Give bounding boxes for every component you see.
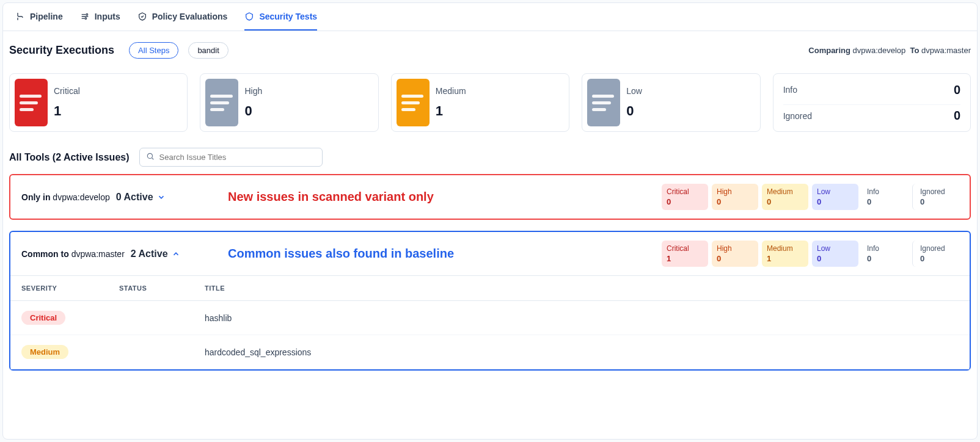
tile-medium: Medium0 — [762, 184, 808, 210]
card-critical[interactable]: Critical 1 — [9, 73, 188, 132]
group-common-toggle[interactable]: 2 Active — [131, 248, 180, 259]
cell-status — [108, 335, 194, 369]
svg-point-3 — [147, 153, 152, 158]
filter-all-steps[interactable]: All Steps — [129, 42, 178, 59]
tab-pipeline[interactable]: Pipeline — [15, 3, 63, 31]
pipeline-icon — [15, 12, 25, 21]
col-title[interactable]: TITLE — [194, 276, 970, 301]
tab-security-tests[interactable]: Security Tests — [244, 3, 317, 31]
group-only-count: 0 Active — [116, 192, 153, 203]
col-status[interactable]: STATUS — [108, 276, 194, 301]
group-only-prefix: Only in — [21, 192, 50, 202]
severity-badge: Medium — [21, 345, 68, 359]
tile-medium: Medium1 — [762, 241, 808, 267]
compare-label: Comparing — [808, 46, 850, 55]
group-only-toggle[interactable]: 0 Active — [116, 192, 166, 203]
tab-label: Pipeline — [30, 12, 63, 21]
tab-label: Inputs — [95, 12, 120, 21]
tile-low: Low0 — [812, 241, 858, 267]
group-only-in: Only in dvpwa:develop 0 Active New issue… — [9, 174, 971, 220]
tile-low: Low0 — [812, 184, 858, 210]
group-common-tiles: Critical1 High0 Medium1 Low0 Info0 Ignor… — [662, 241, 959, 267]
tile-high: High0 — [712, 184, 758, 210]
compare-to-label: To — [910, 46, 920, 55]
ignored-label: Ignored — [783, 111, 812, 121]
card-label: Critical — [54, 86, 80, 96]
severity-swatch-low — [587, 79, 620, 126]
card-value: 0 — [626, 103, 642, 119]
filter-bandit[interactable]: bandit — [188, 42, 228, 59]
tools-title: All Tools (2 Active Issues) — [9, 152, 130, 163]
summary-cards: Critical 1 High 0 Medium 1 — [3, 66, 977, 143]
card-label: Low — [626, 86, 642, 96]
cell-title: hashlib — [194, 301, 970, 335]
policy-icon — [137, 12, 147, 21]
tile-high: High0 — [712, 241, 758, 267]
severity-swatch-medium — [397, 79, 430, 126]
group-common-target: dvpwa:master — [71, 249, 125, 259]
group-common-count: 2 Active — [131, 248, 168, 259]
chevron-up-icon — [172, 250, 180, 258]
issues-table: SEVERITY STATUS TITLE CriticalhashlibMed… — [10, 275, 970, 369]
tools-row: All Tools (2 Active Issues) — [3, 143, 977, 174]
card-info-ignored[interactable]: Info 0 Ignored 0 — [773, 73, 971, 132]
severity-badge: Critical — [21, 311, 65, 325]
cell-title: hardcoded_sql_expressions — [194, 335, 970, 369]
tile-ignored: Ignored0 — [912, 184, 959, 210]
tile-critical: Critical0 — [662, 184, 708, 210]
col-severity[interactable]: SEVERITY — [10, 276, 108, 301]
group-common-label: Common to dvpwa:master — [21, 249, 125, 259]
card-value: 1 — [54, 103, 80, 119]
search-input[interactable] — [159, 153, 316, 162]
group-only-tiles: Critical0 High0 Medium0 Low0 Info0 Ignor… — [662, 184, 959, 210]
tile-info: Info0 — [862, 241, 909, 267]
svg-point-2 — [85, 18, 87, 20]
tile-critical: Critical1 — [662, 241, 708, 267]
page-title: Security Executions — [9, 44, 114, 57]
card-label: Medium — [436, 86, 466, 96]
tab-policy-evaluations[interactable]: Policy Evaluations — [137, 3, 228, 31]
card-value: 0 — [244, 103, 262, 119]
ignored-value: 0 — [954, 109, 960, 123]
group-only-label: Only in dvpwa:develop — [21, 192, 110, 202]
svg-point-1 — [86, 13, 88, 15]
group-only-target: dvpwa:develop — [53, 192, 109, 202]
security-icon — [244, 12, 254, 21]
group-common-to: Common to dvpwa:master 2 Active Common i… — [9, 231, 971, 371]
severity-swatch-critical — [15, 79, 48, 126]
search-icon — [146, 152, 155, 162]
table-row[interactable]: Criticalhashlib — [10, 301, 970, 335]
card-low[interactable]: Low 0 — [582, 73, 760, 132]
compare-to: dvpwa:master — [921, 46, 971, 55]
table-row[interactable]: Mediumhardcoded_sql_expressions — [10, 335, 970, 369]
cell-status — [108, 301, 194, 335]
severity-swatch-high — [205, 79, 238, 126]
card-label: High — [244, 86, 262, 96]
search-box[interactable] — [139, 148, 323, 167]
card-value: 1 — [436, 103, 466, 119]
group-common-prefix: Common to — [21, 249, 69, 259]
group-common-message: Common issues also found in baseline — [228, 247, 454, 261]
info-label: Info — [783, 85, 797, 95]
tile-info: Info0 — [862, 184, 909, 210]
card-medium[interactable]: Medium 1 — [391, 73, 569, 132]
chevron-down-icon — [157, 193, 166, 201]
compare-text: Comparing dvpwa:develop To dvpwa:master — [808, 46, 971, 55]
header-row: Security Executions All Steps bandit Com… — [3, 31, 977, 66]
inputs-icon — [80, 12, 90, 21]
group-only-message: New issues in scanned variant only — [228, 190, 434, 204]
card-high[interactable]: High 0 — [200, 73, 378, 132]
tabs-bar: Pipeline Inputs Policy Evaluations Secur… — [3, 3, 977, 31]
tab-label: Policy Evaluations — [152, 12, 228, 21]
info-value: 0 — [954, 83, 960, 97]
compare-from: dvpwa:develop — [853, 46, 906, 55]
tab-inputs[interactable]: Inputs — [80, 3, 120, 31]
tile-ignored: Ignored0 — [912, 241, 959, 267]
tab-label: Security Tests — [259, 12, 317, 21]
